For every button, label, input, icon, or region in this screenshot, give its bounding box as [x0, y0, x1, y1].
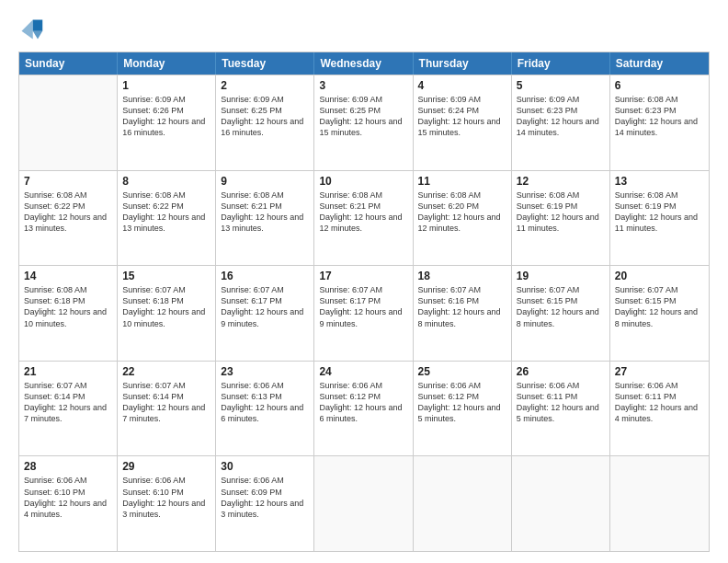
cal-cell-9: 9Sunrise: 6:08 AM Sunset: 6:21 PM Daylig…: [216, 171, 314, 266]
day-number: 12: [517, 175, 605, 188]
cal-cell-14: 14Sunrise: 6:08 AM Sunset: 6:18 PM Dayli…: [19, 266, 118, 361]
cal-cell-empty-4-5: [512, 456, 610, 551]
calendar-row-3: 21Sunrise: 6:07 AM Sunset: 6:14 PM Dayli…: [19, 361, 709, 456]
svg-marker-1: [33, 31, 43, 40]
header-day-tuesday: Tuesday: [216, 52, 314, 75]
cal-cell-17: 17Sunrise: 6:07 AM Sunset: 6:17 PM Dayli…: [314, 266, 413, 361]
cal-cell-25: 25Sunrise: 6:06 AM Sunset: 6:12 PM Dayli…: [414, 362, 512, 456]
cell-info: Sunrise: 6:06 AM Sunset: 6:11 PM Dayligh…: [615, 380, 704, 425]
cell-info: Sunrise: 6:08 AM Sunset: 6:22 PM Dayligh…: [122, 190, 210, 235]
day-number: 22: [122, 365, 210, 378]
cell-info: Sunrise: 6:08 AM Sunset: 6:19 PM Dayligh…: [517, 190, 605, 235]
cell-info: Sunrise: 6:07 AM Sunset: 6:14 PM Dayligh…: [24, 380, 112, 425]
cell-info: Sunrise: 6:07 AM Sunset: 6:14 PM Dayligh…: [122, 380, 210, 425]
logo: [18, 17, 48, 42]
header-day-saturday: Saturday: [610, 52, 709, 75]
cal-cell-13: 13Sunrise: 6:08 AM Sunset: 6:19 PM Dayli…: [610, 171, 709, 266]
calendar-row-4: 28Sunrise: 6:06 AM Sunset: 6:10 PM Dayli…: [19, 455, 709, 551]
cell-info: Sunrise: 6:06 AM Sunset: 6:11 PM Dayligh…: [517, 380, 605, 425]
cell-info: Sunrise: 6:09 AM Sunset: 6:25 PM Dayligh…: [221, 94, 309, 139]
header-day-sunday: Sunday: [19, 52, 118, 75]
day-number: 8: [122, 175, 210, 188]
day-number: 20: [615, 270, 704, 282]
header-day-monday: Monday: [118, 52, 216, 75]
cal-cell-5: 5Sunrise: 6:09 AM Sunset: 6:23 PM Daylig…: [512, 75, 610, 170]
day-number: 30: [221, 460, 309, 473]
cell-info: Sunrise: 6:09 AM Sunset: 6:23 PM Dayligh…: [517, 94, 605, 139]
cal-cell-empty-0-0: [19, 75, 118, 170]
day-number: 2: [221, 79, 309, 92]
cal-cell-empty-4-4: [414, 456, 512, 551]
cal-cell-24: 24Sunrise: 6:06 AM Sunset: 6:12 PM Dayli…: [314, 362, 413, 456]
cal-cell-27: 27Sunrise: 6:06 AM Sunset: 6:11 PM Dayli…: [610, 362, 709, 456]
cal-cell-12: 12Sunrise: 6:08 AM Sunset: 6:19 PM Dayli…: [512, 171, 610, 266]
day-number: 16: [221, 270, 309, 282]
day-number: 5: [517, 79, 605, 92]
cal-cell-29: 29Sunrise: 6:06 AM Sunset: 6:10 PM Dayli…: [118, 456, 216, 551]
cal-cell-10: 10Sunrise: 6:08 AM Sunset: 6:21 PM Dayli…: [314, 171, 413, 266]
cal-cell-empty-4-3: [314, 456, 413, 551]
day-number: 27: [615, 365, 704, 378]
cell-info: Sunrise: 6:08 AM Sunset: 6:22 PM Dayligh…: [24, 190, 112, 235]
calendar-row-2: 14Sunrise: 6:08 AM Sunset: 6:18 PM Dayli…: [19, 265, 709, 361]
page: SundayMondayTuesdayWednesdayThursdayFrid…: [0, 0, 728, 563]
svg-marker-0: [33, 20, 43, 31]
cell-info: Sunrise: 6:08 AM Sunset: 6:20 PM Dayligh…: [418, 190, 506, 235]
calendar-body: 1Sunrise: 6:09 AM Sunset: 6:26 PM Daylig…: [19, 75, 709, 551]
day-number: 25: [418, 365, 506, 378]
day-number: 28: [24, 460, 112, 473]
day-number: 23: [221, 365, 309, 378]
day-number: 9: [221, 175, 309, 188]
cell-info: Sunrise: 6:09 AM Sunset: 6:25 PM Dayligh…: [319, 94, 407, 139]
day-number: 18: [418, 270, 506, 282]
cal-cell-2: 2Sunrise: 6:09 AM Sunset: 6:25 PM Daylig…: [216, 75, 314, 170]
cell-info: Sunrise: 6:08 AM Sunset: 6:21 PM Dayligh…: [319, 190, 407, 235]
cell-info: Sunrise: 6:08 AM Sunset: 6:19 PM Dayligh…: [615, 190, 704, 235]
day-number: 13: [615, 175, 704, 188]
cell-info: Sunrise: 6:07 AM Sunset: 6:15 PM Dayligh…: [615, 284, 704, 329]
cal-cell-28: 28Sunrise: 6:06 AM Sunset: 6:10 PM Dayli…: [19, 456, 118, 551]
logo-icon: [18, 17, 44, 42]
cell-info: Sunrise: 6:07 AM Sunset: 6:17 PM Dayligh…: [319, 284, 407, 329]
calendar-row-1: 7Sunrise: 6:08 AM Sunset: 6:22 PM Daylig…: [19, 170, 709, 266]
cell-info: Sunrise: 6:08 AM Sunset: 6:18 PM Dayligh…: [24, 284, 112, 329]
cal-cell-20: 20Sunrise: 6:07 AM Sunset: 6:15 PM Dayli…: [610, 266, 709, 361]
cal-cell-23: 23Sunrise: 6:06 AM Sunset: 6:13 PM Dayli…: [216, 362, 314, 456]
day-number: 4: [418, 79, 506, 92]
cell-info: Sunrise: 6:07 AM Sunset: 6:18 PM Dayligh…: [122, 284, 210, 329]
day-number: 17: [319, 270, 407, 282]
day-number: 24: [319, 365, 407, 378]
cell-info: Sunrise: 6:06 AM Sunset: 6:10 PM Dayligh…: [122, 475, 210, 520]
day-number: 1: [122, 79, 210, 92]
cal-cell-30: 30Sunrise: 6:06 AM Sunset: 6:09 PM Dayli…: [216, 456, 314, 551]
calendar: SundayMondayTuesdayWednesdayThursdayFrid…: [18, 52, 710, 552]
cal-cell-26: 26Sunrise: 6:06 AM Sunset: 6:11 PM Dayli…: [512, 362, 610, 456]
cal-cell-18: 18Sunrise: 6:07 AM Sunset: 6:16 PM Dayli…: [414, 266, 512, 361]
cal-cell-19: 19Sunrise: 6:07 AM Sunset: 6:15 PM Dayli…: [512, 266, 610, 361]
day-number: 14: [24, 270, 112, 282]
cell-info: Sunrise: 6:07 AM Sunset: 6:15 PM Dayligh…: [517, 284, 605, 329]
svg-marker-2: [22, 20, 33, 40]
header-day-thursday: Thursday: [414, 52, 512, 75]
day-number: 26: [517, 365, 605, 378]
cal-cell-1: 1Sunrise: 6:09 AM Sunset: 6:26 PM Daylig…: [118, 75, 216, 170]
cal-cell-15: 15Sunrise: 6:07 AM Sunset: 6:18 PM Dayli…: [118, 266, 216, 361]
cell-info: Sunrise: 6:08 AM Sunset: 6:23 PM Dayligh…: [615, 94, 704, 139]
cell-info: Sunrise: 6:06 AM Sunset: 6:09 PM Dayligh…: [221, 475, 309, 520]
day-number: 10: [319, 175, 407, 188]
calendar-row-0: 1Sunrise: 6:09 AM Sunset: 6:26 PM Daylig…: [19, 75, 709, 170]
day-number: 19: [517, 270, 605, 282]
day-number: 11: [418, 175, 506, 188]
day-number: 15: [122, 270, 210, 282]
day-number: 6: [615, 79, 704, 92]
cal-cell-22: 22Sunrise: 6:07 AM Sunset: 6:14 PM Dayli…: [118, 362, 216, 456]
cal-cell-4: 4Sunrise: 6:09 AM Sunset: 6:24 PM Daylig…: [414, 75, 512, 170]
day-number: 3: [319, 79, 407, 92]
calendar-header: SundayMondayTuesdayWednesdayThursdayFrid…: [19, 52, 709, 75]
header-day-wednesday: Wednesday: [314, 52, 413, 75]
cal-cell-3: 3Sunrise: 6:09 AM Sunset: 6:25 PM Daylig…: [314, 75, 413, 170]
cell-info: Sunrise: 6:06 AM Sunset: 6:12 PM Dayligh…: [418, 380, 506, 425]
cell-info: Sunrise: 6:07 AM Sunset: 6:17 PM Dayligh…: [221, 284, 309, 329]
cell-info: Sunrise: 6:08 AM Sunset: 6:21 PM Dayligh…: [221, 190, 309, 235]
header: [18, 17, 710, 42]
